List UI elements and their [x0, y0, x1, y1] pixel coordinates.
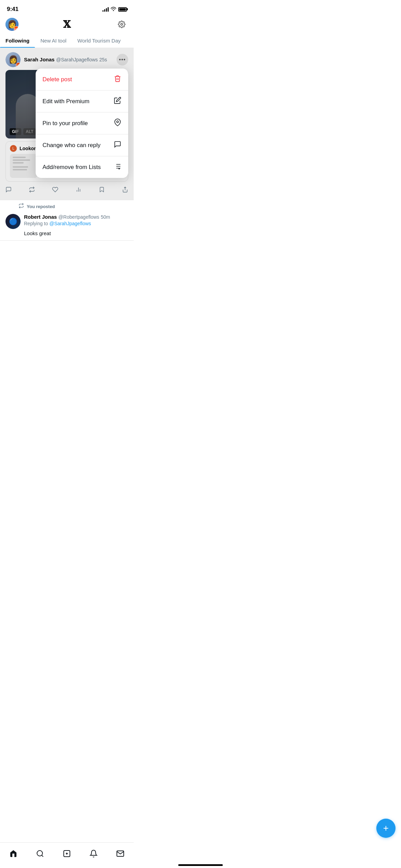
menu-item-pin[interactable]: Pin to your profile: [36, 112, 128, 134]
pin-profile-label: Pin to your profile: [42, 120, 88, 127]
retweet-icon: [29, 186, 35, 194]
svg-point-5: [117, 121, 119, 123]
more-dots-icon: •••: [119, 57, 126, 63]
avatar-badge: 100: [14, 26, 19, 31]
tweet-author-avatar-2[interactable]: 🔵: [5, 214, 21, 229]
heart-icon: [52, 186, 58, 194]
menu-item-lists[interactable]: Add/remove from Lists: [36, 156, 128, 178]
analytics-icon: [75, 186, 82, 194]
menu-item-reply-settings[interactable]: Change who can reply: [36, 134, 128, 156]
tweet-author-handle-2: @Robertpageflows: [58, 214, 99, 220]
edit-premium-label: Edit with Premium: [42, 98, 89, 105]
add-remove-lists-label: Add/remove from Lists: [42, 164, 101, 171]
user-avatar-header[interactable]: 👩 100: [5, 18, 19, 31]
status-time: 9:41: [7, 6, 19, 13]
quoted-avatar: L: [10, 145, 17, 152]
tweet-card-sarah: 👩 100 Sarah Jonas @SarahJpageflows 25s •…: [0, 48, 134, 200]
quoted-thumbnail: [10, 154, 37, 178]
status-bar: 9:41: [0, 0, 134, 16]
repost-icon: [19, 203, 24, 210]
tweet-author-name-2: Robert Jonas: [24, 214, 57, 220]
app-header: 👩 100 𝕏: [0, 16, 134, 34]
battery-icon: [118, 7, 127, 12]
bookmark-icon: [99, 186, 105, 194]
tweet-time-2: 50m: [101, 214, 110, 220]
tweet-author-name: Sarah Jonas: [24, 57, 54, 62]
bookmark-button[interactable]: [99, 186, 105, 194]
tab-new-ai-tool[interactable]: New AI tool: [35, 34, 72, 48]
replying-to-info: Replying to @SarahJpageflows: [24, 221, 128, 226]
tweet-time: 25s: [99, 57, 107, 62]
tweet-actions: [5, 185, 128, 196]
status-icons: [102, 7, 127, 12]
chat-icon: [114, 141, 121, 150]
pencil-icon: [114, 97, 121, 106]
tweet-header: 👩 100 Sarah Jonas @SarahJpageflows 25s •…: [5, 52, 128, 67]
tweet-author-info: Sarah Jonas @SarahJpageflows 25s: [24, 57, 113, 63]
delete-post-label: Delete post: [42, 76, 72, 83]
list-add-icon: [114, 162, 121, 172]
svg-point-0: [121, 23, 123, 25]
signal-icon: [102, 7, 109, 12]
settings-button[interactable]: [115, 18, 128, 31]
repost-indicator: You reposted: [0, 200, 134, 211]
analytics-button[interactable]: [75, 186, 82, 194]
pin-icon: [114, 119, 121, 128]
comment-button[interactable]: [5, 186, 12, 194]
trash-icon: [114, 75, 121, 84]
tweet-card-robert: 🔵 Robert Jonas @Robertpageflows 50m Repl…: [0, 211, 134, 241]
author-badge: 100: [16, 62, 21, 67]
tweet-header-2: 🔵 Robert Jonas @Robertpageflows 50m Repl…: [5, 214, 128, 229]
wifi-icon: [111, 7, 116, 12]
repost-label: You reposted: [27, 204, 55, 209]
app-logo: 𝕏: [63, 19, 71, 30]
share-button[interactable]: [122, 186, 128, 194]
tweet-feed: 👩 100 Sarah Jonas @SarahJpageflows 25s •…: [0, 48, 134, 241]
change-reply-label: Change who can reply: [42, 142, 100, 149]
tab-following[interactable]: Following: [0, 34, 35, 48]
tab-world-tourism[interactable]: World Tourism Day: [72, 34, 126, 48]
tweet-preview: Looks great: [5, 230, 128, 236]
tweet-more-button[interactable]: •••: [117, 54, 128, 65]
retweet-button[interactable]: [29, 186, 35, 194]
menu-item-edit[interactable]: Edit with Premium: [36, 91, 128, 112]
tweet-author-info-2: Robert Jonas @Robertpageflows 50m Replyi…: [24, 214, 128, 226]
feed-tabs: Following New AI tool World Tourism Day: [0, 34, 134, 48]
context-menu: Delete post Edit with Premium: [36, 69, 128, 178]
like-button[interactable]: [52, 186, 58, 194]
tweet-author-handle: @SarahJpageflows: [56, 57, 98, 62]
tweet-author-avatar[interactable]: 👩 100: [5, 52, 21, 67]
share-icon: [122, 186, 128, 194]
replying-to-handle[interactable]: @SarahJpageflows: [49, 221, 91, 226]
comment-icon: [5, 186, 12, 194]
menu-item-delete[interactable]: Delete post: [36, 69, 128, 91]
